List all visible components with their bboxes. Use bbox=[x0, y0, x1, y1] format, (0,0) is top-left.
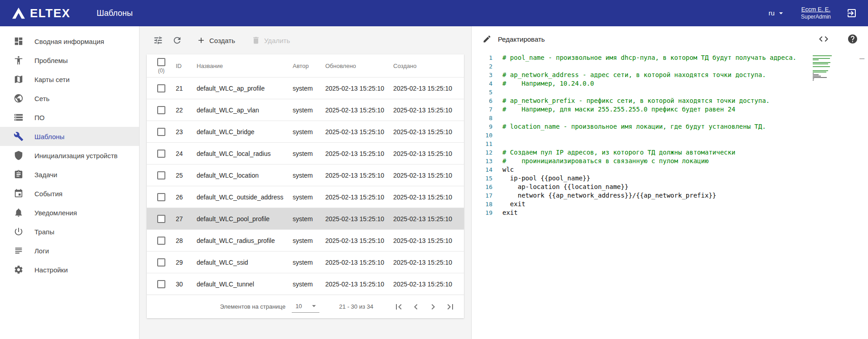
code-line: 15 ip-pool {{pool_name}} bbox=[472, 174, 868, 183]
cell-author: system bbox=[293, 237, 325, 244]
cell-author: system bbox=[293, 215, 325, 223]
chevron-down-icon bbox=[309, 301, 318, 310]
create-button-label: Создать bbox=[209, 37, 235, 44]
row-checkbox[interactable] bbox=[157, 128, 165, 136]
editor-toolbar: Редактировать bbox=[472, 26, 868, 52]
sidebar-item-events[interactable]: События bbox=[0, 184, 139, 203]
row-checkbox[interactable] bbox=[157, 215, 165, 223]
sidebar-item-notifications[interactable]: Уведомления bbox=[0, 203, 139, 222]
row-checkbox-cell bbox=[147, 171, 176, 179]
table-row[interactable]: 30default_WLC_tunnelsystem2025-02-13 15:… bbox=[147, 273, 464, 295]
minimap-slider[interactable]: – bbox=[859, 54, 864, 63]
row-checkbox[interactable] bbox=[157, 237, 165, 245]
page-title: Шаблоны bbox=[96, 9, 133, 18]
sidebar-item-network[interactable]: Сеть bbox=[0, 89, 139, 108]
cell-created: 2025-02-13 15:25:10 bbox=[393, 85, 464, 92]
last-page-icon[interactable] bbox=[445, 301, 456, 312]
code-lines: 1# pool_name - произвольное имя dhcp-пул… bbox=[472, 53, 868, 217]
select-all-checkbox[interactable] bbox=[157, 58, 165, 66]
minimap-line bbox=[813, 62, 830, 63]
delete-button[interactable]: Удалить bbox=[251, 36, 290, 45]
line-number: 19 bbox=[472, 208, 492, 217]
code-view-icon[interactable] bbox=[818, 34, 829, 44]
row-checkbox[interactable] bbox=[157, 171, 165, 179]
table-row[interactable]: 21default_WLC_ap_profilesystem2025-02-13… bbox=[147, 77, 464, 99]
column-header-name[interactable]: Название bbox=[197, 63, 293, 69]
line-number: 3 bbox=[472, 71, 492, 79]
user-name[interactable]: Eccm E. E. bbox=[801, 6, 831, 14]
column-header-updated[interactable]: Обновлено bbox=[325, 63, 393, 69]
row-checkbox[interactable] bbox=[157, 193, 165, 201]
code-line: 11 bbox=[472, 140, 868, 148]
table-row[interactable]: 28default_WLC_radius_profilesystem2025-0… bbox=[147, 229, 464, 251]
line-number: 14 bbox=[472, 165, 492, 174]
assignment-icon bbox=[14, 170, 24, 179]
table-row[interactable]: 24default_WLC_local_radiussystem2025-02-… bbox=[147, 142, 464, 164]
table-row[interactable]: 27default_WLC_pool_profilesystem2025-02-… bbox=[147, 208, 464, 229]
first-page-icon[interactable] bbox=[393, 301, 404, 312]
table-row[interactable]: 25default_WLC_locationsystem2025-02-13 1… bbox=[147, 164, 464, 186]
sidebar-item-traps[interactable]: Трапы bbox=[0, 222, 139, 241]
column-header-author[interactable]: Автор bbox=[293, 63, 325, 69]
cell-updated: 2025-02-13 15:25:10 bbox=[325, 194, 393, 201]
sidebar-item-summary[interactable]: Сводная информация bbox=[0, 32, 139, 51]
help-icon[interactable] bbox=[847, 34, 858, 44]
line-text bbox=[492, 131, 502, 140]
refresh-icon[interactable] bbox=[172, 35, 182, 45]
logout-icon[interactable] bbox=[846, 8, 857, 19]
sidebar-item-label: Логи bbox=[34, 247, 49, 255]
language-value: ru bbox=[769, 9, 775, 17]
sidebar-item-problems[interactable]: Проблемы bbox=[0, 51, 139, 70]
edit-button[interactable]: Редактировать bbox=[482, 34, 545, 44]
per-page-select[interactable]: 10 bbox=[292, 300, 319, 313]
language-selector[interactable]: ru bbox=[769, 9, 786, 18]
filter-icon[interactable] bbox=[153, 35, 163, 45]
table-row[interactable]: 22default_WLC_ap_vlansystem2025-02-13 15… bbox=[147, 99, 464, 121]
minimap-line bbox=[813, 63, 828, 64]
table-row[interactable]: 29default_WLC_ssidsystem2025-02-13 15:25… bbox=[147, 251, 464, 273]
row-checkbox-cell bbox=[147, 193, 176, 201]
table-row[interactable]: 23default_WLC_bridgesystem2025-02-13 15:… bbox=[147, 121, 464, 142]
minimap-line bbox=[813, 76, 821, 77]
sidebar-item-software[interactable]: ПО bbox=[0, 108, 139, 127]
sidebar-item-network-maps[interactable]: Карты сети bbox=[0, 70, 139, 89]
sidebar-item-settings[interactable]: Настройки bbox=[0, 260, 139, 279]
row-checkbox[interactable] bbox=[157, 106, 165, 114]
code-line: 8 bbox=[472, 114, 868, 122]
column-header-created[interactable]: Создано bbox=[393, 63, 464, 69]
minimap[interactable] bbox=[813, 55, 850, 81]
table-row[interactable]: 26default_WLC_outside_addresssystem2025-… bbox=[147, 186, 464, 208]
next-page-icon[interactable] bbox=[428, 301, 439, 312]
sidebar-item-logs[interactable]: Логи bbox=[0, 241, 139, 260]
delete-button-label: Удалить bbox=[264, 37, 290, 44]
cell-created: 2025-02-13 15:25:10 bbox=[393, 194, 464, 201]
user-menu[interactable]: Eccm E. E. SuperAdmin bbox=[801, 6, 831, 20]
row-checkbox-cell bbox=[147, 280, 176, 288]
page-range-label: 21 - 30 из 34 bbox=[339, 303, 373, 310]
sidebar-item-device-init[interactable]: Инициализация устройств bbox=[0, 146, 139, 165]
minimap-line bbox=[813, 73, 814, 74]
previous-page-icon[interactable] bbox=[410, 301, 421, 312]
sidebar-item-label: Трапы bbox=[34, 228, 54, 236]
row-checkbox[interactable] bbox=[157, 84, 165, 92]
code-line: 18 exit bbox=[472, 200, 868, 208]
edit-button-label: Редактировать bbox=[498, 35, 545, 43]
code-editor[interactable]: 1# pool_name - произвольное имя dhcp-пул… bbox=[472, 52, 868, 339]
eltex-logo[interactable]: ELTEX bbox=[11, 6, 70, 20]
bell-icon bbox=[14, 208, 24, 218]
line-number: 18 bbox=[472, 200, 492, 208]
sidebar-item-tasks[interactable]: Задачи bbox=[0, 165, 139, 184]
cell-name: default_WLC_location bbox=[197, 172, 293, 179]
sidebar-item-templates[interactable]: Шаблоны bbox=[0, 127, 139, 146]
line-text: # pool_name - произвольное имя dhcp-пула… bbox=[492, 53, 796, 62]
line-number: 2 bbox=[472, 62, 492, 71]
create-button[interactable]: Создать bbox=[197, 36, 235, 45]
row-checkbox[interactable] bbox=[157, 150, 165, 158]
minimap-line bbox=[813, 72, 826, 73]
line-number: 8 bbox=[472, 114, 492, 122]
wrench-icon bbox=[14, 131, 24, 141]
code-line: 19exit bbox=[472, 208, 868, 217]
row-checkbox[interactable] bbox=[157, 280, 165, 288]
row-checkbox[interactable] bbox=[157, 258, 165, 266]
column-header-id[interactable]: ID bbox=[176, 63, 197, 69]
